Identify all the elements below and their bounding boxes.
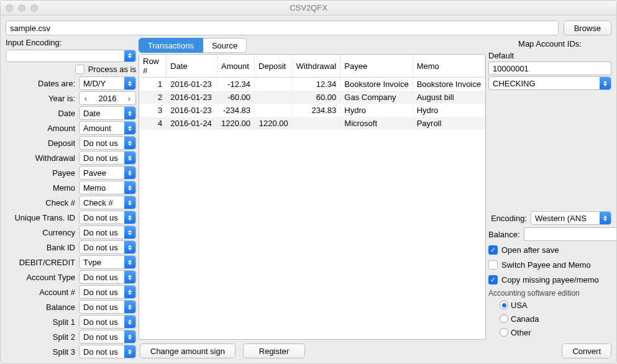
radio-icon <box>500 328 508 337</box>
balance-input[interactable] <box>524 227 617 241</box>
dates-are-select[interactable]: M/D/Y <box>79 76 136 90</box>
balance-right-label: Balance: <box>488 230 520 239</box>
input-encoding-select[interactable] <box>6 50 136 62</box>
convert-button[interactable]: Convert <box>562 344 611 358</box>
input-encoding-label: Input Encoding: <box>6 38 136 47</box>
account-num-label: Account # <box>6 288 75 297</box>
switch-payee-memo-checkbox[interactable] <box>488 260 498 270</box>
process-as-is-label: Process as is <box>88 65 136 74</box>
close-icon[interactable] <box>6 4 13 12</box>
chevron-updown-icon <box>600 212 611 224</box>
radio-usa[interactable]: USA <box>488 299 611 311</box>
process-as-is-row: Process as is <box>6 63 136 75</box>
bankid-label: Bank ID <box>6 243 75 252</box>
year-value: 2016 <box>92 92 123 104</box>
cell-date: 2016-01-23 <box>167 104 217 117</box>
chevron-updown-icon <box>124 330 135 343</box>
chevron-updown-icon <box>124 271 135 283</box>
chevron-updown-icon <box>124 77 135 89</box>
split2-label: Split 2 <box>6 332 75 342</box>
cell-payee: Gas Company <box>340 91 413 104</box>
col-amount[interactable]: Amount <box>217 55 255 78</box>
amount-label: Amount <box>6 124 75 133</box>
drcr-select[interactable]: Tvpe <box>79 255 136 269</box>
deposit-label: Deposit <box>6 139 75 148</box>
chevron-updown-icon <box>124 345 135 358</box>
split2-select[interactable]: Do not us <box>79 330 136 344</box>
chevron-left-icon[interactable]: ‹ <box>80 92 92 104</box>
table-row[interactable]: 42016-01-241220.001220.00MicrosoftPayrol… <box>139 117 485 130</box>
open-after-save-checkbox[interactable]: ✓ <box>488 245 498 255</box>
memo-label: Memo <box>6 183 75 193</box>
switch-payee-memo-label: Switch Payee and Memo <box>501 260 591 270</box>
col-withdrawal[interactable]: Withdrawal <box>292 55 340 78</box>
minimize-icon[interactable] <box>18 4 25 12</box>
col-rownum[interactable]: Row # <box>139 55 167 78</box>
date-select[interactable]: Date <box>79 106 136 120</box>
split3-select[interactable]: Do not us <box>79 345 136 358</box>
bankid-select[interactable]: Do not us <box>79 240 136 254</box>
chevron-updown-icon <box>124 226 135 239</box>
tab-bar: Transactions Source <box>139 38 486 53</box>
col-payee[interactable]: Payee <box>340 55 413 78</box>
col-date[interactable]: Date <box>167 55 217 78</box>
browse-button[interactable]: Browse <box>564 20 611 35</box>
cell-payee: Bookstore Invoice <box>340 78 413 91</box>
memo-select[interactable]: Memo <box>79 181 136 194</box>
radio-canada[interactable]: Canada <box>488 312 611 325</box>
table-row[interactable]: 12016-01-23-12.3412.34Bookstore InvoiceB… <box>139 78 485 91</box>
cell-deposit <box>255 104 293 117</box>
tab-source[interactable]: Source <box>203 38 247 53</box>
chevron-updown-icon <box>124 196 135 209</box>
table-row[interactable]: 22016-01-23-60.0060.00Gas CompanyAugust … <box>139 91 485 104</box>
col-deposit[interactable]: Deposit <box>255 55 293 78</box>
left-panel: Input Encoding: Process as is Dates are:… <box>6 38 136 358</box>
table-header-row: Row # Date Amount Deposit Withdrawal Pay… <box>139 55 485 78</box>
account-num-select[interactable]: Do not us <box>79 285 136 299</box>
payee-select[interactable]: Pavee <box>79 166 136 180</box>
chevron-updown-icon <box>124 286 135 298</box>
radio-other[interactable]: Other <box>488 326 611 339</box>
split3-label: Split 3 <box>6 347 75 357</box>
withdrawal-select[interactable]: Do not us <box>79 151 136 165</box>
account-type-select[interactable]: Do not us <box>79 270 136 284</box>
default-label: Default <box>488 51 611 60</box>
deposit-select[interactable]: Do not us <box>79 136 136 150</box>
process-as-is-checkbox[interactable] <box>75 65 85 74</box>
split1-select[interactable]: Do not us <box>79 315 136 329</box>
register-button[interactable]: Register <box>243 344 305 358</box>
account-type-right-select[interactable]: CHECKING <box>488 76 611 90</box>
radio-icon <box>500 301 508 309</box>
year-stepper[interactable]: ‹ 2016 › <box>79 91 136 105</box>
tab-transactions[interactable]: Transactions <box>139 38 203 53</box>
amount-select[interactable]: Amount <box>79 121 136 135</box>
change-amount-sign-button[interactable]: Change amount sign <box>140 344 235 358</box>
currency-select[interactable]: Do not us <box>79 225 136 239</box>
chevron-updown-icon <box>124 241 135 253</box>
account-id-input[interactable] <box>488 61 611 75</box>
bottom-buttons: Change amount sign Register <box>139 340 486 358</box>
encoding-label: Encoding: <box>488 214 527 223</box>
chevron-updown-icon <box>124 107 135 119</box>
traffic-lights <box>6 4 38 12</box>
cell-rownum: 2 <box>139 91 167 104</box>
chevron-right-icon[interactable]: › <box>123 92 135 104</box>
balance-select[interactable]: Do not us <box>79 300 136 314</box>
zoom-icon[interactable] <box>30 4 38 12</box>
chevron-updown-icon <box>124 166 135 179</box>
copy-missing-checkbox[interactable]: ✓ <box>488 275 498 284</box>
file-path-input[interactable] <box>6 20 559 35</box>
cell-memo: Bookstore Invoice <box>413 78 485 91</box>
chevron-updown-icon <box>124 137 135 149</box>
col-memo[interactable]: Memo <box>413 55 485 78</box>
cell-amount: -12.34 <box>217 78 255 91</box>
utid-label: Unique Trans. ID <box>6 213 75 222</box>
table-row[interactable]: 32016-01-23-234.83234.83HydroHydro <box>139 104 485 117</box>
checknum-select[interactable]: Check # <box>79 196 136 209</box>
chevron-updown-icon <box>600 77 611 89</box>
output-encoding-select[interactable]: Western (ANS <box>531 211 611 225</box>
cell-withdrawal: 234.83 <box>292 104 340 117</box>
map-account-ids-title: Map Account IDs: <box>488 38 611 50</box>
cell-amount: -60.00 <box>217 91 255 104</box>
utid-select[interactable]: Do not us <box>79 211 136 224</box>
